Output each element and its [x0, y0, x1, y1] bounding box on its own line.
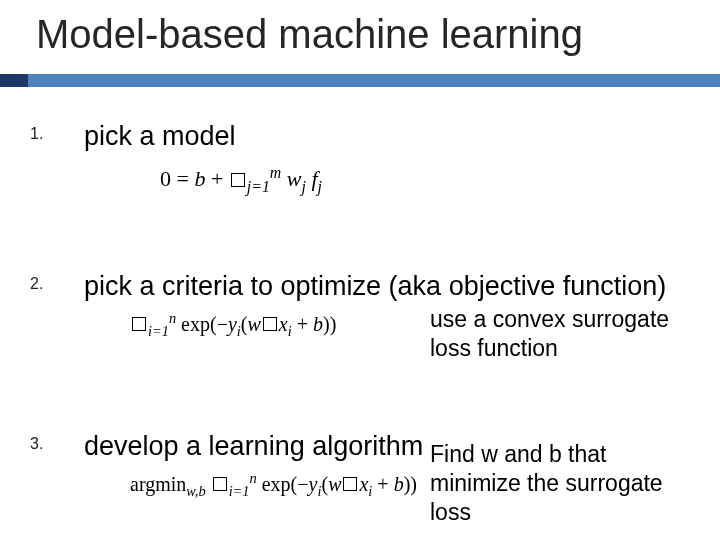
list-number: 1. — [30, 125, 66, 143]
annotation-convex-surrogate: use a convex surrogate loss function — [430, 305, 680, 363]
list-number: 3. — [30, 435, 66, 453]
formula-1: 0 = b + j=1m wj fj — [160, 164, 690, 196]
slide-title: Model-based machine learning — [36, 12, 583, 57]
title-underline — [0, 74, 720, 87]
list-text: pick a criteria to optimize (aka objecti… — [84, 270, 690, 304]
content-list: 1. pick a model 0 = b + j=1m wj fj 2. pi… — [30, 120, 690, 203]
title-underline-accent — [0, 74, 28, 87]
list-item-1: 1. pick a model 0 = b + j=1m wj fj — [30, 120, 690, 195]
slide: Model-based machine learning 1. pick a m… — [0, 0, 720, 540]
list-text: pick a model — [84, 120, 690, 154]
annotation-find-w-b: Find w and b that minimize the surrogate… — [430, 440, 680, 526]
list-number: 2. — [30, 275, 66, 293]
